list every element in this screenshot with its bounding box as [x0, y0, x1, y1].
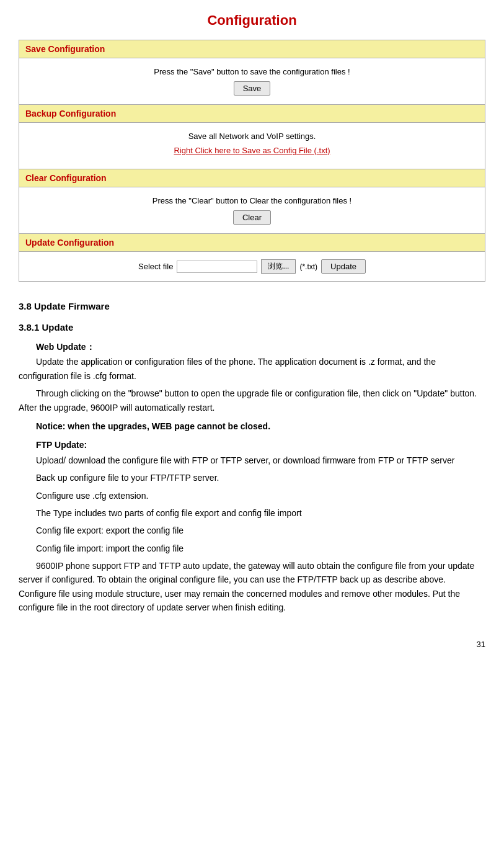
ftp-p3: Configure use .cfg extension.: [19, 489, 485, 503]
section-381-title: 3.8.1 Update: [19, 320, 485, 335]
update-button[interactable]: Update: [321, 259, 366, 274]
ftp-p1: Upload/ download the configure file with…: [19, 454, 485, 467]
save-config-body: Press the "Save" button to save the conf…: [19, 58, 485, 105]
file-input[interactable]: [177, 261, 257, 273]
page-number: 31: [19, 640, 485, 649]
select-file-label: Select file: [138, 262, 173, 271]
backup-config-header: Backup Configuration: [19, 105, 485, 123]
update-config-section: Update Configuration Select file 浏览... (…: [19, 234, 485, 281]
clear-config-section: Clear Configuration Press the "Clear" bu…: [19, 169, 485, 234]
page-title: Configuration: [19, 12, 485, 29]
web-update-p2: Through clicking on the "browse" button …: [19, 387, 485, 414]
text-content: 3.8 Update Firmware 3.8.1 Update Web Upd…: [19, 299, 485, 615]
ftp-p7: 9600IP phone support FTP and TFTP auto u…: [19, 559, 485, 615]
backup-config-section: Backup Configuration Save all Network an…: [19, 105, 485, 169]
notice: Notice: when the upgrades, WEB page cann…: [19, 419, 485, 433]
ftp-p5: Config file export: export the config fi…: [19, 524, 485, 537]
save-button[interactable]: Save: [234, 81, 271, 96]
update-config-header: Update Configuration: [19, 234, 485, 252]
ftp-update-title: FTP Update:: [19, 438, 485, 452]
save-config-header: Save Configuration: [19, 40, 485, 58]
backup-link[interactable]: Right Click here to Save as Config File …: [174, 146, 330, 155]
ext-label: (*.txt): [299, 262, 317, 271]
clear-config-description: Press the "Clear" button to Clear the co…: [25, 196, 479, 205]
update-config-body: Select file 浏览... (*.txt) Update: [19, 252, 485, 281]
backup-config-body: Save all Network and VoIP settings. Righ…: [19, 123, 485, 169]
browse-button[interactable]: 浏览...: [261, 259, 296, 274]
clear-button[interactable]: Clear: [233, 210, 271, 225]
save-config-description: Press the "Save" button to save the conf…: [25, 67, 479, 76]
web-update-p1: Update the application or configuration …: [19, 355, 485, 383]
section-38-title: 3.8 Update Firmware: [19, 299, 485, 314]
clear-config-header: Clear Configuration: [19, 169, 485, 187]
ftp-p4: The Type includes two parts of config fi…: [19, 506, 485, 520]
backup-line1: Save all Network and VoIP settings.: [25, 132, 479, 141]
ftp-p2: Back up configure file to your FTP/TFTP …: [19, 471, 485, 485]
clear-config-body: Press the "Clear" button to Clear the co…: [19, 187, 485, 234]
save-config-section: Save Configuration Press the "Save" butt…: [19, 40, 485, 105]
config-container: Save Configuration Press the "Save" butt…: [19, 40, 485, 282]
web-update-title: Web Update：: [19, 340, 485, 354]
ftp-p6: Config file import: import the config fi…: [19, 542, 485, 555]
